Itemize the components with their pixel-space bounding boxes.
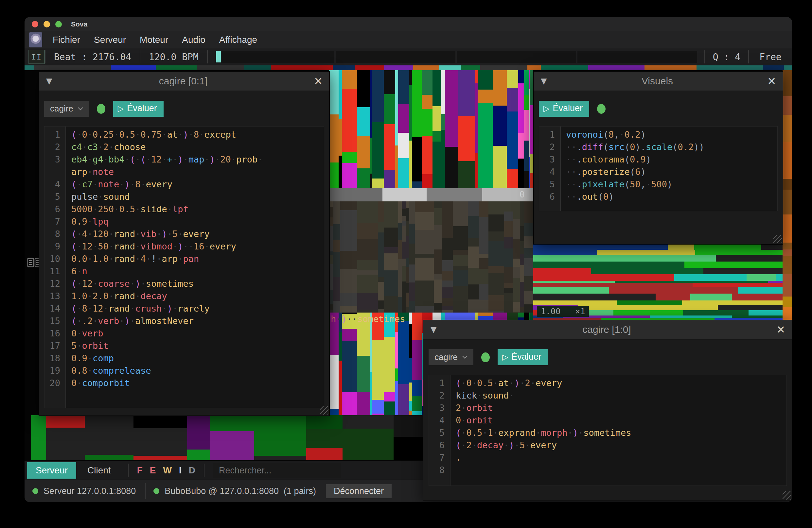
code-line: 6(·2·decay·)·5·every [429,439,786,452]
code-token: bb4 [108,154,125,164]
code-editor[interactable]: 1voronoi(8,·0.2)2··.diff(src(0).scale(0.… [539,126,778,211]
code-token: 1.0 [71,291,87,301]
collapse-icon[interactable]: ▼ [46,76,52,86]
collapse-icon[interactable]: ▼ [431,325,436,334]
code-token: at [167,130,178,140]
menu-audio[interactable]: Audio [182,35,205,45]
whitespace-dot: · [183,154,188,164]
menu-serveur[interactable]: Serveur [94,35,126,45]
resize-handle[interactable] [783,491,791,500]
filter-letter-i[interactable]: I [179,465,182,476]
code-token: 0.9 [630,154,646,164]
panel-toolbar: cagire ▷ Évaluer [423,340,792,375]
menu-affichage[interactable]: Affichage [219,35,257,45]
resize-handle[interactable] [773,235,782,243]
code-editor[interactable]: 1(·0·0.5·at·)·2·every2kick·sound·32·orbi… [429,375,787,486]
filter-letter-w[interactable]: W [163,465,171,476]
minimize-window-icon[interactable] [44,21,50,28]
code-token: at [498,378,509,388]
instrument-dropdown[interactable]: cagire [44,101,89,117]
line-number: 1 [539,129,560,141]
code-token: ) [183,130,188,140]
code-token: rand [108,303,130,314]
code-token: orbit [466,415,493,425]
evaluate-button[interactable]: ▷ Évaluer [113,101,163,117]
code-token: ( [625,142,630,152]
whitespace-dot: · [162,303,167,314]
beat-progress-bar[interactable] [215,51,697,63]
menu-moteur[interactable]: Moteur [140,35,168,45]
whitespace-dot: · [103,154,108,164]
panel-header[interactable]: ▼ cagire [1:0] × [423,320,792,340]
disconnect-button[interactable]: Déconnecter [326,484,392,498]
instrument-dropdown[interactable]: cagire [429,349,474,365]
line-number: 7 [429,452,450,464]
filter-letter-e[interactable]: E [150,465,156,476]
close-icon[interactable]: × [777,325,785,334]
whitespace-dot: · [140,179,146,189]
pause-button[interactable]: II [28,50,45,64]
whitespace-dot: · [146,254,151,264]
whitespace-dot: · [146,154,151,164]
code-token: ( [71,278,76,289]
code-token: comp [92,353,114,363]
evaluate-button[interactable]: ▷ Évaluer [539,101,589,117]
whitespace-dot: · [130,303,135,314]
evaluate-button[interactable]: ▷ Évaluer [497,349,548,365]
chevron-down-icon [462,356,467,359]
code-token: 0 [466,378,472,388]
filter-letter-d[interactable]: D [189,465,195,476]
beat-counter: Beat : 2176.04 [45,52,140,62]
server-status-dot [32,488,38,494]
close-icon[interactable]: × [768,76,776,86]
line-number: 12 [44,277,66,290]
code-token: 12 [82,241,93,252]
code-token: 120 [92,229,108,239]
tab-serveur[interactable]: Serveur [27,462,76,479]
code-token: pulse [71,192,98,202]
code-token: crush [135,303,162,314]
maximize-window-icon[interactable] [55,21,62,28]
code-token: ( [140,154,146,164]
close-window-icon[interactable] [32,21,38,28]
whitespace-dot: · [347,314,352,324]
menu-fichier[interactable]: Fichier [53,35,80,45]
line-number: 5 [44,191,66,203]
line-number: 2 [44,141,66,153]
code-line: 3··.colorama(0.9) [539,153,777,166]
code-token: 12 [92,303,103,314]
code-line: 175·orbit [44,340,324,352]
code-token: ( [456,378,461,388]
filter-letter-f[interactable]: F [137,465,143,476]
code-token: 5 [172,229,178,239]
code-token: ( [71,316,76,326]
line-number: 14 [44,302,66,315]
status-indicator [597,104,606,114]
whitespace-dot: · [204,154,210,164]
whitespace-dot: · [566,179,571,189]
code-text: (·8·12·rand·crush·)·rarely [66,302,210,315]
whitespace-dot: · [477,390,482,401]
line-number: 6 [44,203,66,215]
code-token: ( [71,303,76,314]
tab-client[interactable]: Client [79,462,119,479]
code-token: ( [672,142,678,152]
whitespace-dot: · [87,291,92,301]
whitespace-dot: · [578,428,583,438]
code-token: sometimes [146,278,194,289]
code-token: . [577,167,582,177]
code-token: . [577,179,582,189]
panel-header[interactable]: ▼ Visuels × [534,72,783,91]
search-input[interactable] [213,463,341,478]
whitespace-dot: · [571,179,577,189]
code-editor[interactable]: 1(·0·0.25·0.5·0.75·at·)·8·except2c4·c3·2… [44,126,324,408]
whitespace-dot: · [87,154,92,164]
code-text: ··.colorama(0.9) [560,153,651,166]
collapse-icon[interactable]: ▼ [541,76,547,86]
resize-handle[interactable] [320,406,329,414]
code-token: lpf [172,204,188,214]
code-token: orbit [82,341,108,351]
code-text: (·12·50·rand·vibmod·)··16·every [66,240,236,253]
close-icon[interactable]: × [314,76,322,86]
panel-header[interactable]: ▼ cagire [0:1] × [39,72,330,91]
